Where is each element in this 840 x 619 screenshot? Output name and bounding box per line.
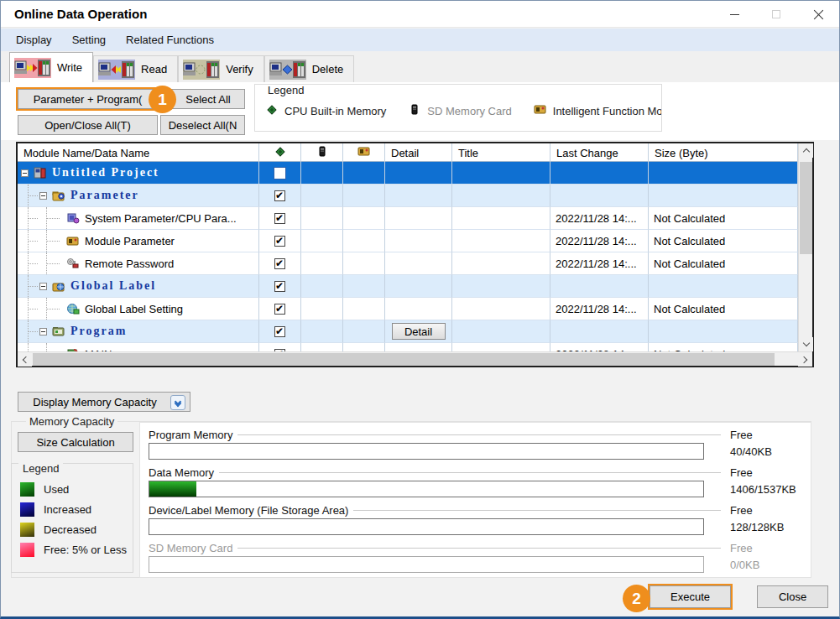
horizontal-scroll-thumb[interactable] bbox=[33, 353, 775, 366]
memory-legend-item-free-5-or-less: Free: 5% or Less bbox=[20, 539, 127, 559]
last-change-cell: 2022/11/28 14:... bbox=[550, 298, 649, 320]
col-header-ifm-icon bbox=[343, 143, 385, 162]
last-change-cell: 2022/11/28 14:... bbox=[550, 343, 649, 351]
tree-expand-box[interactable] bbox=[39, 328, 47, 336]
table-row-global-label-setting[interactable]: Global Label Setting2022/11/28 14:...Not… bbox=[18, 298, 798, 320]
tab-verify[interactable]: Verify bbox=[178, 55, 264, 82]
write-target-checkbox[interactable] bbox=[274, 236, 285, 247]
free-label: Free bbox=[730, 542, 814, 554]
data-table: Module Name/Data NameDetailTitleLast Cha… bbox=[16, 142, 814, 367]
menu-display[interactable]: Display bbox=[6, 29, 62, 51]
maximize-icon bbox=[772, 10, 780, 18]
last-change-cell: 2022/11/28 14:... bbox=[550, 252, 649, 275]
size-cell: Not Calculated bbox=[649, 207, 798, 230]
detail-cell bbox=[385, 185, 452, 207]
write-target-checkbox[interactable] bbox=[274, 190, 285, 201]
global-label-icon bbox=[52, 279, 65, 293]
menu-setting[interactable]: Setting bbox=[62, 29, 116, 51]
sd-target-cell bbox=[301, 343, 343, 351]
tab-write[interactable]: Write bbox=[9, 52, 93, 82]
table-row-global-label[interactable]: Global Label bbox=[18, 275, 798, 298]
legend-label: Decreased bbox=[44, 523, 97, 536]
vertical-scroll-thumb[interactable] bbox=[800, 162, 812, 254]
write-target-checkbox[interactable] bbox=[274, 304, 285, 315]
window-controls bbox=[713, 1, 839, 28]
size-calculation-button[interactable]: Size Calculation bbox=[18, 432, 133, 452]
memory-usage-bar bbox=[149, 556, 704, 573]
table-row-program[interactable]: ProgramDetail bbox=[18, 320, 798, 343]
scroll-down-arrow[interactable] bbox=[799, 337, 813, 351]
memory-free-info: Free40/40KB bbox=[730, 429, 814, 458]
title-cell bbox=[452, 298, 550, 320]
tab-read[interactable]: Read bbox=[93, 55, 178, 82]
execute-button[interactable]: Execute bbox=[650, 585, 731, 608]
legend-color-swatch bbox=[20, 482, 34, 497]
group-line bbox=[219, 472, 721, 473]
write-target-checkbox[interactable] bbox=[274, 326, 285, 337]
tab-label: Read bbox=[141, 63, 167, 75]
chevron-double-down-icon bbox=[170, 395, 185, 410]
tab-delete[interactable]: Delete bbox=[264, 55, 355, 82]
parameter-icon bbox=[52, 189, 65, 202]
table-row-parameter[interactable]: Parameter bbox=[18, 185, 798, 207]
sd-target-cell bbox=[301, 320, 343, 343]
memory-section-program-memory: Program MemoryFree40/40KB bbox=[149, 429, 805, 466]
close-window-button[interactable] bbox=[797, 1, 839, 28]
table-row-untitled-project[interactable]: Untitled Project bbox=[18, 162, 798, 185]
table-row-module-parameter[interactable]: Module Parameter2022/11/28 14:...Not Cal… bbox=[18, 230, 798, 252]
ifm-target-cell bbox=[343, 298, 385, 320]
title-cell bbox=[452, 185, 550, 207]
minimize-button[interactable] bbox=[713, 1, 755, 28]
tree-expand-box[interactable] bbox=[39, 283, 47, 290]
select-all-button[interactable]: Select All bbox=[171, 89, 245, 109]
free-value: 0/0KB bbox=[730, 559, 814, 571]
tree-expand-box[interactable] bbox=[39, 192, 47, 200]
sd-target-cell bbox=[301, 230, 343, 252]
memory-bars-panel: Program MemoryFree40/40KBData MemoryFree… bbox=[139, 422, 811, 578]
verify-icon bbox=[183, 60, 220, 80]
sd-card-icon bbox=[408, 103, 421, 119]
selection-panel: Parameter + Program( Select All Open/Clo… bbox=[1, 82, 839, 140]
detail-cell bbox=[385, 343, 452, 351]
scroll-left-arrow[interactable] bbox=[18, 352, 32, 367]
ifm-target-cell bbox=[343, 185, 385, 207]
menu-related-functions[interactable]: Related Functions bbox=[116, 29, 224, 51]
table-row-remote-password[interactable]: Remote Password2022/11/28 14:...Not Calc… bbox=[18, 252, 798, 275]
title-cell bbox=[452, 343, 550, 351]
row-name: Untitled Project bbox=[52, 166, 159, 179]
vertical-scrollbar[interactable] bbox=[798, 143, 812, 351]
scroll-up-arrow[interactable] bbox=[799, 143, 813, 158]
detail-button[interactable]: Detail bbox=[392, 323, 446, 340]
row-name: Parameter bbox=[70, 189, 139, 202]
memory-free-info: Free1406/1537KB bbox=[730, 466, 814, 496]
close-button[interactable]: Close bbox=[757, 585, 828, 608]
size-cell bbox=[649, 162, 798, 185]
table-row-system-parameter-cpu-para[interactable]: System Parameter/CPU Para...2022/11/28 1… bbox=[18, 207, 798, 230]
tree-expand-box[interactable] bbox=[21, 169, 29, 177]
memory-section-label: Device/Label Memory (File Storage Area) bbox=[149, 504, 348, 517]
remote-password-icon bbox=[66, 257, 80, 270]
group-line bbox=[237, 434, 721, 435]
row-name: Program bbox=[70, 325, 127, 338]
size-cell bbox=[649, 320, 798, 343]
scroll-right-arrow[interactable] bbox=[798, 352, 812, 367]
size-cell bbox=[649, 275, 798, 298]
size-cell: Not Calculated bbox=[649, 252, 798, 275]
write-target-checkbox[interactable] bbox=[274, 167, 286, 179]
table-row-main[interactable]: MAIN2022/11/28 14:...Not Calculated bbox=[18, 343, 798, 351]
open-close-all-button[interactable]: Open/Close All(T) bbox=[18, 115, 158, 135]
write-target-checkbox[interactable] bbox=[274, 213, 285, 224]
legend-label: Increased bbox=[44, 503, 91, 516]
write-target-checkbox[interactable] bbox=[274, 281, 285, 292]
memory-legend-item-decreased: Decreased bbox=[20, 519, 127, 539]
memory-section-label: SD Memory Card bbox=[149, 542, 232, 554]
parameter-program-button[interactable]: Parameter + Program( bbox=[18, 89, 158, 109]
global-label-setting-icon bbox=[66, 302, 80, 315]
legend-item-label: CPU Built-in Memory bbox=[284, 105, 386, 117]
col-header-detail: Detail bbox=[385, 143, 452, 162]
display-memory-capacity-button[interactable]: Display Memory Capacity bbox=[18, 392, 190, 412]
horizontal-scrollbar[interactable] bbox=[18, 351, 812, 366]
write-target-checkbox[interactable] bbox=[274, 258, 285, 269]
deselect-all-button[interactable]: Deselect All(N bbox=[160, 115, 245, 135]
module-parameter-icon bbox=[66, 234, 80, 247]
